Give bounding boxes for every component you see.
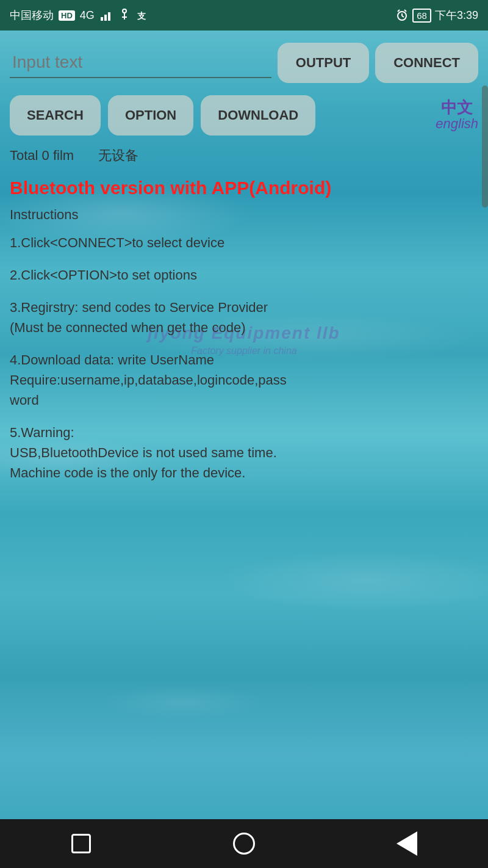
nav-bar xyxy=(0,819,488,868)
lang-chinese: 中文 xyxy=(436,99,478,117)
usb-icon xyxy=(118,9,131,22)
recents-nav-button[interactable] xyxy=(69,831,93,856)
status-row: Total 0 film 无设备 xyxy=(0,142,488,170)
download-button[interactable]: DOWNLOAD xyxy=(201,95,315,136)
svg-rect-2 xyxy=(108,12,110,21)
language-selector[interactable]: 中文 english xyxy=(436,99,478,132)
instruction-item-5: 5.Warning:USB,BluetoothDevice is not use… xyxy=(10,422,478,483)
instruction-item-4: 4.Download data: write UserNameRequire:u… xyxy=(10,350,478,410)
instructions-area: Bluetooth version with APP(Android) Inst… xyxy=(0,170,488,501)
svg-line-10 xyxy=(398,10,400,12)
recents-icon xyxy=(71,834,91,853)
second-row: SEARCH OPTION DOWNLOAD 中文 english xyxy=(0,89,488,142)
top-buttons: OUTPUT CONNECT xyxy=(278,43,478,83)
status-left: 中国移动 HD 4G 支 xyxy=(10,8,149,23)
output-button[interactable]: OUTPUT xyxy=(278,43,369,83)
svg-line-9 xyxy=(402,16,404,17)
back-nav-button[interactable] xyxy=(395,831,419,856)
payment-icon: 支 xyxy=(136,9,149,22)
time-display: 下午3:39 xyxy=(435,8,478,23)
status-right: 68 下午3:39 xyxy=(395,8,478,23)
alarm-icon xyxy=(395,9,409,22)
home-icon xyxy=(233,833,255,855)
instruction-item-2: 2.Click<OPTION>to set options xyxy=(10,265,478,285)
svg-point-3 xyxy=(123,9,126,13)
instruction-item-3: 3.Regirstry: send codes to Service Provi… xyxy=(10,297,478,338)
hd-badge: HD xyxy=(59,10,75,21)
main-content: OUTPUT CONNECT SEARCH OPTION DOWNLOAD 中文… xyxy=(0,31,488,837)
lang-english: english xyxy=(436,116,478,132)
total-film-label: Total 0 film xyxy=(10,148,74,164)
signal-4g: 4G xyxy=(80,9,95,22)
no-device-label: 无设备 xyxy=(98,146,138,165)
signal-bars-icon xyxy=(99,9,113,22)
svg-rect-0 xyxy=(101,17,103,21)
instruction-item-1: 1.Click<CONNECT>to select device xyxy=(10,233,478,253)
carrier-text: 中国移动 xyxy=(10,8,54,23)
option-button[interactable]: OPTION xyxy=(108,95,193,136)
svg-rect-1 xyxy=(104,15,107,21)
input-text-field[interactable] xyxy=(10,48,271,78)
connect-button[interactable]: CONNECT xyxy=(375,43,478,83)
top-bar: OUTPUT CONNECT xyxy=(0,31,488,89)
svg-line-11 xyxy=(404,10,406,12)
battery-indicator: 68 xyxy=(412,9,431,23)
search-button[interactable]: SEARCH xyxy=(10,95,101,136)
back-icon xyxy=(396,831,417,856)
svg-text:支: 支 xyxy=(137,11,146,21)
bluetooth-title: Bluetooth version with APP(Android) xyxy=(10,176,478,200)
status-bar: 中国移动 HD 4G 支 68 下午3:39 xyxy=(0,0,488,31)
instructions-label: Instructions xyxy=(10,207,478,223)
home-nav-button[interactable] xyxy=(232,831,256,856)
